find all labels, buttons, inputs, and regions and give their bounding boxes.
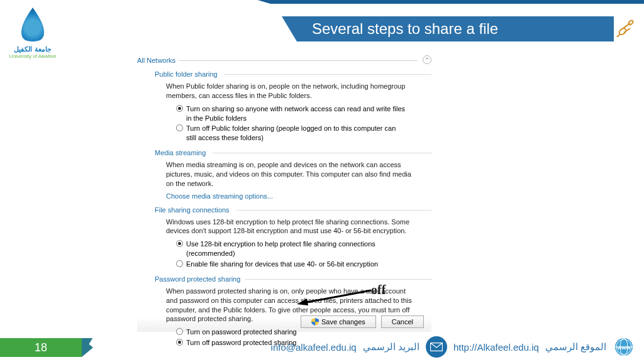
radio-public-on[interactable]: Turn on sharing so anyone with network a… (176, 104, 431, 123)
arrow-annotation-icon (297, 289, 372, 305)
divider (213, 153, 431, 153)
svg-text:www: www (616, 344, 631, 351)
footer: info@alkafeel.edu.iq البريد الرسمي http:… (271, 336, 635, 358)
save-changes-button[interactable]: Save changes (301, 315, 376, 328)
page-number: 18 (0, 338, 82, 357)
collapse-icon[interactable]: ⌃ (423, 55, 431, 64)
radio-icon (176, 328, 183, 335)
radio-enc-128[interactable]: Use 128-bit encryption to help protect f… (176, 239, 431, 258)
section-all-networks-label: All Networks (137, 57, 175, 64)
logo-text-en: University of Alkafeel (8, 53, 58, 59)
radio-enc-40[interactable]: Enable file sharing for devices that use… (176, 260, 431, 269)
top-accent-bar (0, 0, 644, 4)
www-globe-icon: www (613, 336, 635, 358)
section-encryption: File sharing connections (155, 206, 431, 214)
radio-icon (176, 240, 183, 247)
password-label: Password protected sharing (155, 275, 240, 283)
svg-point-1 (628, 20, 633, 26)
media-label: Media streaming (155, 149, 206, 156)
university-logo: جامعة الكفيل University of Alkafeel (8, 6, 58, 59)
cancel-button[interactable]: Cancel (381, 315, 424, 328)
footer-email-label: البريد الرسمي (363, 341, 419, 353)
svg-marker-3 (297, 299, 308, 305)
section-media: Media streaming (155, 149, 431, 156)
public-folder-desc: When Public folder sharing is on, people… (166, 82, 431, 101)
media-desc: When media streaming is on, people and d… (166, 160, 431, 189)
mail-icon (426, 336, 447, 358)
divider (245, 279, 431, 280)
section-password: Password protected sharing (155, 275, 431, 283)
shield-icon (311, 318, 319, 326)
radio-icon (176, 339, 183, 346)
logo-drop-icon (19, 6, 47, 41)
radio-icon (176, 260, 183, 267)
public-folder-label: Public folder sharing (155, 70, 218, 78)
sharing-settings-panel: All Networks ⌃ Public folder sharing Whe… (137, 53, 431, 332)
divider (236, 210, 431, 211)
footer-site[interactable]: http://Alkafeel.edu.iq (453, 342, 539, 353)
radio-icon (176, 124, 183, 131)
divider (224, 74, 431, 75)
radio-public-on-label: Turn on sharing so anyone with network a… (186, 104, 406, 123)
media-options-link[interactable]: Choose media streaming options... (166, 192, 431, 200)
radio-icon (176, 105, 183, 112)
radio-enc-128-label: Use 128-bit encryption to help protect f… (186, 239, 406, 258)
cancel-label: Cancel (392, 318, 413, 326)
radio-enc-40-label: Enable file sharing for devices that use… (186, 260, 378, 269)
svg-line-2 (303, 290, 371, 303)
section-public-folder: Public folder sharing (155, 70, 431, 78)
slide-title-bar: Several steps to share a file (297, 16, 614, 41)
logo-text-ar: جامعة الكفيل (8, 45, 58, 53)
radio-public-off-label: Turn off Public folder sharing (people l… (186, 124, 406, 143)
slide-title: Several steps to share a file (312, 20, 498, 38)
footer-email[interactable]: info@alkafeel.edu.iq (271, 342, 357, 353)
footer-site-label: الموقع الرسمي (545, 341, 606, 353)
divider (179, 60, 418, 61)
encryption-desc: Windows uses 128-bit encryption to help … (166, 217, 431, 236)
encryption-label: File sharing connections (155, 206, 230, 214)
annotation-off: off (371, 283, 386, 297)
section-all-networks[interactable]: All Networks ⌃ (137, 57, 431, 64)
save-label: Save changes (321, 318, 365, 326)
pin-icon (615, 19, 635, 39)
radio-public-off[interactable]: Turn off Public folder sharing (people l… (176, 124, 431, 143)
